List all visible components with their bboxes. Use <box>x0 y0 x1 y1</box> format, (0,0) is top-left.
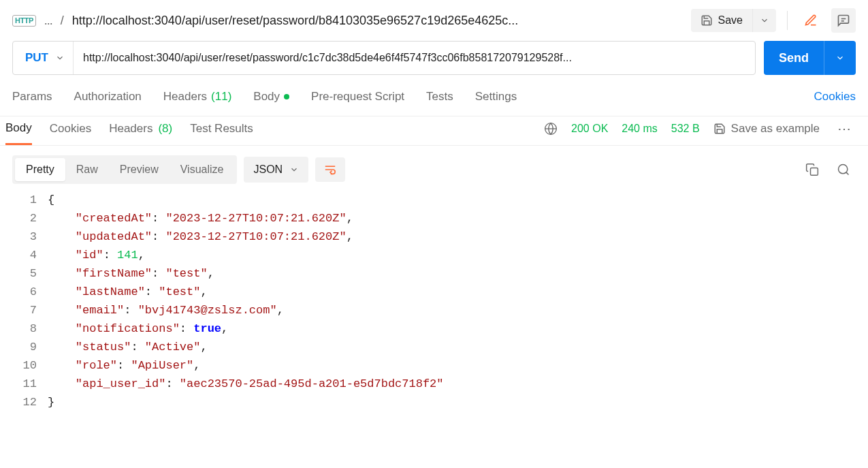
view-mode-segment: Pretty Raw Preview Visualize <box>12 155 237 184</box>
tab-headers[interactable]: Headers (11) <box>163 90 232 104</box>
line-number: 1 <box>0 191 37 209</box>
line-number: 8 <box>0 319 37 338</box>
response-body[interactable]: 1 2 3 4 5 6 7 8 9 10 11 12 { "createdAt"… <box>0 189 868 425</box>
body-indicator-dot <box>284 94 289 99</box>
code-content[interactable]: { "createdAt": "2023-12-27T10:07:21.620Z… <box>48 191 868 411</box>
line-number: 6 <box>0 283 37 301</box>
response-more-actions[interactable]: ⋯ <box>837 121 856 145</box>
line-number: 10 <box>0 356 37 375</box>
response-status: 200 OK <box>571 123 608 135</box>
line-number: 5 <box>0 264 37 283</box>
copy-response-button[interactable] <box>800 157 824 182</box>
edit-button[interactable] <box>799 8 823 33</box>
http-method-value: PUT <box>25 51 48 65</box>
search-icon <box>837 163 850 176</box>
svg-line-7 <box>846 172 849 175</box>
line-gutter: 1 2 3 4 5 6 7 8 9 10 11 12 <box>0 191 48 411</box>
save-as-example-button[interactable]: Save as example <box>713 122 820 136</box>
svg-rect-5 <box>811 168 818 176</box>
tab-body[interactable]: Body <box>253 90 289 104</box>
format-value: JSON <box>253 163 283 176</box>
chevron-down-icon <box>55 53 65 63</box>
save-icon <box>713 123 726 135</box>
resp-tab-headers[interactable]: Headers (8) <box>109 122 172 144</box>
comment-icon <box>837 14 850 27</box>
tab-body-label: Body <box>253 90 280 104</box>
line-number: 7 <box>0 301 37 319</box>
request-title[interactable]: http://localhost:3040/api/user/reset/pas… <box>72 14 519 28</box>
cookies-link[interactable]: Cookies <box>814 90 856 104</box>
url-input[interactable]: http://localhost:3040/api/user/reset/pas… <box>74 42 755 74</box>
tab-authorization[interactable]: Authorization <box>74 90 142 104</box>
format-select[interactable]: JSON <box>244 157 308 183</box>
tab-tests[interactable]: Tests <box>426 90 453 104</box>
response-time: 240 ms <box>622 123 657 135</box>
chevron-down-icon <box>289 165 299 174</box>
svg-point-6 <box>839 165 848 174</box>
view-visualize[interactable]: Visualize <box>170 158 235 181</box>
view-pretty[interactable]: Pretty <box>15 158 65 181</box>
word-wrap-toggle[interactable] <box>315 157 345 182</box>
send-button[interactable]: Send <box>764 41 824 75</box>
wrap-icon <box>323 164 337 175</box>
tab-headers-count: (11) <box>211 90 231 104</box>
tab-params[interactable]: Params <box>12 90 52 104</box>
resp-tab-test-results[interactable]: Test Results <box>190 122 253 144</box>
globe-icon[interactable] <box>544 122 558 136</box>
line-number: 3 <box>0 228 37 246</box>
save-label: Save <box>718 14 743 27</box>
search-response-button[interactable] <box>831 157 856 182</box>
view-preview[interactable]: Preview <box>109 158 170 181</box>
tab-settings[interactable]: Settings <box>475 90 517 104</box>
resp-tab-headers-label: Headers <box>109 122 152 136</box>
http-badge-icon: HTTP <box>12 15 36 27</box>
line-number: 2 <box>0 209 37 228</box>
response-size: 532 B <box>671 123 700 135</box>
save-button[interactable]: Save <box>691 9 752 32</box>
resp-tab-body[interactable]: Body <box>5 121 32 145</box>
tab-prerequest-script[interactable]: Pre-request Script <box>311 90 404 104</box>
line-number: 9 <box>0 338 37 356</box>
view-raw[interactable]: Raw <box>65 158 109 181</box>
tab-headers-label: Headers <box>163 90 207 104</box>
pencil-icon <box>804 14 818 27</box>
copy-icon <box>805 163 819 176</box>
send-dropdown[interactable] <box>824 41 856 75</box>
resp-tab-headers-count: (8) <box>158 122 172 136</box>
save-dropdown[interactable] <box>752 9 776 32</box>
line-number: 4 <box>0 246 37 264</box>
divider <box>787 11 788 30</box>
breadcrumb-collapsed[interactable]: ... <box>44 14 52 28</box>
http-method-select[interactable]: PUT <box>13 42 74 74</box>
save-icon <box>701 14 713 27</box>
resp-tab-cookies[interactable]: Cookies <box>50 122 91 144</box>
line-number: 11 <box>0 375 37 393</box>
save-as-example-label: Save as example <box>731 122 820 136</box>
comments-button[interactable] <box>831 8 856 33</box>
line-number: 12 <box>0 393 37 411</box>
breadcrumb-separator: / <box>61 14 64 28</box>
